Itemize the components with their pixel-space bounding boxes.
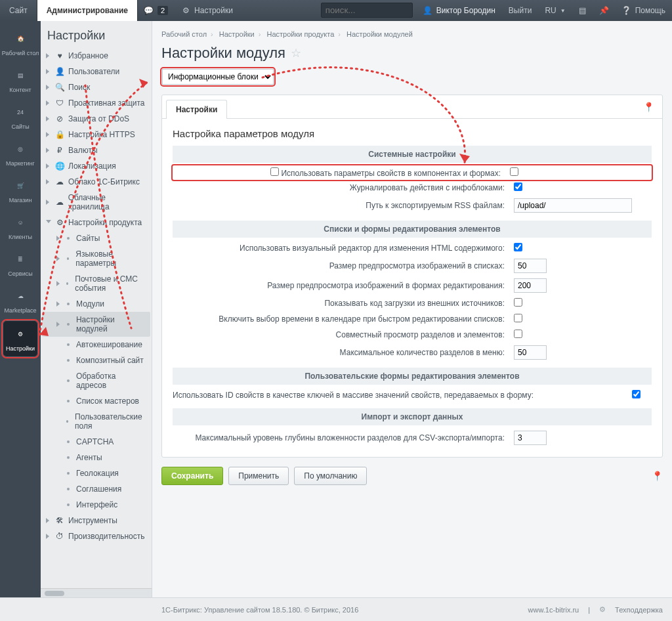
bottom-pin-icon[interactable]: 📍 <box>652 471 663 481</box>
tree-l1-0[interactable]: ♥Избранное <box>42 48 150 64</box>
joint-checkbox[interactable] <box>514 330 522 338</box>
tab-admin[interactable]: Администрирование <box>37 0 138 21</box>
settings-tree[interactable]: ♥Избранное👤Пользователи🔍Поиск🛡Проактивна… <box>41 48 152 588</box>
tree-l2-12[interactable]: Геолокация <box>42 465 150 481</box>
tree-l2-3[interactable]: Модули <box>42 296 150 312</box>
bullet-icon <box>67 400 70 402</box>
pin-icon[interactable]: 📌 <box>593 0 616 21</box>
caret-right-icon <box>46 69 51 74</box>
tree-l2-5[interactable]: Автокеширование <box>42 337 150 353</box>
tree-l2-6[interactable]: Композитный сайт <box>42 353 150 368</box>
panel-tabs: Настройки 📍 <box>162 95 662 119</box>
ddos-icon: ⊘ <box>55 114 64 123</box>
clients-icon: ☺ <box>12 214 29 231</box>
search-input[interactable] <box>321 3 413 18</box>
sec-system: Системные настройки <box>173 146 652 163</box>
rail-sites[interactable]: 24Сайты <box>0 98 41 135</box>
rail-services[interactable]: ≣Сервисы <box>0 246 41 282</box>
save-button[interactable]: Сохранить <box>161 467 223 485</box>
module-select[interactable]: Информационные блоки <box>162 69 274 85</box>
currency-icon: ₽ <box>55 146 64 155</box>
module-select-wrap: Информационные блоки <box>161 68 663 85</box>
tab-settings[interactable]: Настройки <box>166 100 227 119</box>
tree-l1-6[interactable]: ₽Валюты <box>42 142 150 158</box>
rail-shop[interactable]: 🛒Магазин <box>0 172 41 209</box>
tree-l1-1[interactable]: 👤Пользователи <box>42 64 150 79</box>
row-log: Журналировать действия с инфоблоками: <box>173 180 652 196</box>
use-props-checkbox[interactable] <box>510 167 518 176</box>
user-menu[interactable]: 👤 Виктор Бородин <box>417 0 502 21</box>
caret-right-icon <box>46 85 51 90</box>
topbar-search[interactable] <box>317 0 417 21</box>
tree-l1-3[interactable]: 🛡Проактивная защита <box>42 95 150 111</box>
logout-link[interactable]: Выйти <box>502 0 539 21</box>
csv-depth-input[interactable] <box>514 431 547 445</box>
gear-icon: ⚙ <box>55 218 64 227</box>
extcode-checkbox[interactable] <box>514 298 522 307</box>
rail-settings[interactable]: ⚙Настройки <box>3 320 38 357</box>
rss-path-input[interactable] <box>514 198 632 213</box>
caret-right-icon <box>46 148 51 153</box>
tree-l1-9[interactable]: ☁Облачные хранилища <box>42 190 150 215</box>
tree-l2-7[interactable]: Обработка адресов <box>42 368 150 393</box>
tree-l1-5[interactable]: 🔒Настройка HTTPS <box>42 127 150 142</box>
tree-l1-4[interactable]: ⊘Защита от DDoS <box>42 111 150 127</box>
perf-icon: ⏱ <box>55 532 64 541</box>
prev-list-input[interactable] <box>514 259 547 273</box>
tree-tail-0[interactable]: 🛠Инструменты <box>42 513 150 528</box>
bullet-icon <box>67 440 70 443</box>
help-link[interactable]: ❔ Помощь <box>616 0 672 21</box>
crumb-3[interactable]: Настройки модулей <box>346 30 413 38</box>
panel-pin-icon[interactable]: 📍 <box>639 99 658 118</box>
lang-switch[interactable]: RU ▼ <box>538 0 572 21</box>
tree-l2-13[interactable]: Соглашения <box>42 481 150 497</box>
tree-l2-1[interactable]: Языковые параметры <box>42 246 150 271</box>
tree-prod-settings[interactable]: ⚙ Настройки продукта <box>42 215 150 230</box>
crumb-0[interactable]: Рабочий стол <box>161 30 207 38</box>
notifications[interactable]: 💬 2 <box>138 0 175 21</box>
idkeys-checkbox[interactable] <box>632 390 640 398</box>
tree-l2-0[interactable]: Сайты <box>42 230 150 246</box>
rail-marketplace[interactable]: ☁Marketplace <box>0 282 41 319</box>
rail-content[interactable]: ▤Контент <box>0 62 41 98</box>
tree-l1-8[interactable]: ☁Облако 1С-Битрикс <box>42 174 150 190</box>
footer-support-link[interactable]: Техподдержка <box>615 606 663 614</box>
prev-form-input[interactable] <box>514 278 547 293</box>
tree-l1-7[interactable]: 🌐Локализация <box>42 158 150 174</box>
panel-body: Настройка параметров модуля Системные на… <box>162 119 662 457</box>
tab-site[interactable]: Сайт <box>0 0 37 21</box>
tree-l2-9[interactable]: Пользовательские поля <box>42 409 150 434</box>
bullet-icon <box>67 503 70 506</box>
maxsec-input[interactable] <box>514 345 547 360</box>
log-checkbox[interactable] <box>514 182 522 191</box>
tree-l2-4[interactable]: Настройки модулей <box>42 312 150 337</box>
default-button[interactable]: По умолчанию <box>294 467 367 485</box>
tree-l2-14[interactable]: Интерфейс <box>42 497 150 513</box>
topbar-settings[interactable]: ⚙ Настройки <box>175 0 240 21</box>
caret-right-icon <box>46 100 51 106</box>
tree-l2-2[interactable]: Почтовые и СМС события <box>42 271 150 296</box>
updates-icon[interactable]: ▤ <box>572 0 593 21</box>
cart-icon: 🛒 <box>12 177 29 194</box>
chevron-down-icon: ▼ <box>560 8 566 14</box>
rail-desktop[interactable]: 🏠Рабочий стол <box>0 25 41 62</box>
footer-site-link[interactable]: www.1c-bitrix.ru <box>528 606 579 614</box>
calendar-checkbox[interactable] <box>514 314 522 322</box>
tree-l2-10[interactable]: CAPTCHA <box>42 434 150 450</box>
favorite-star-icon[interactable]: ☆ <box>291 46 301 60</box>
visual-editor-checkbox[interactable] <box>514 243 522 251</box>
apply-button[interactable]: Применить <box>228 467 289 485</box>
tree-l2-11[interactable]: Агенты <box>42 450 150 465</box>
rail-marketing[interactable]: ◎Маркетинг <box>0 135 41 172</box>
rail-clients[interactable]: ☺Клиенты <box>0 209 41 246</box>
scroll-thumb[interactable] <box>45 591 64 596</box>
crumb-2[interactable]: Настройки продукта <box>266 30 334 38</box>
crumb-1[interactable]: Настройки <box>219 30 255 38</box>
heart-icon: ♥ <box>55 51 64 60</box>
use-props-left-checkbox[interactable] <box>270 167 279 176</box>
tree-l2-8[interactable]: Список мастеров <box>42 393 150 409</box>
tree-l1-2[interactable]: 🔍Поиск <box>42 79 150 95</box>
sidebar-hscroll[interactable] <box>41 588 152 597</box>
tree-tail-1[interactable]: ⏱Производительность <box>42 528 150 544</box>
cloud-down-icon: ☁ <box>12 288 29 305</box>
